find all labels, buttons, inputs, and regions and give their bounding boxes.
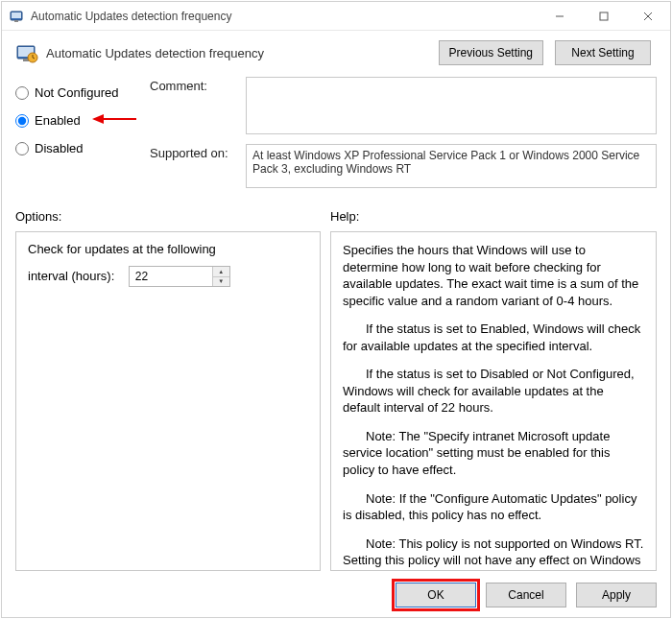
next-setting-button[interactable]: Next Setting xyxy=(555,40,651,65)
radio-not-configured[interactable]: Not Configured xyxy=(15,85,150,100)
supported-textarea xyxy=(246,144,657,188)
policy-icon xyxy=(10,9,25,24)
help-p5: Note: If the "Configure Automatic Update… xyxy=(343,490,644,524)
minimize-button[interactable] xyxy=(538,2,582,30)
radio-disabled[interactable]: Disabled xyxy=(15,141,150,155)
comment-textarea[interactable] xyxy=(246,77,657,134)
supported-row: Supported on: xyxy=(150,144,657,188)
help-section-label: Help: xyxy=(330,209,359,224)
gpo-dialog-window: Automatic Updates detection frequency xyxy=(1,1,671,618)
radio-disabled-label: Disabled xyxy=(35,141,84,155)
footer-buttons: OK Cancel Apply xyxy=(2,571,670,617)
svg-marker-12 xyxy=(92,114,104,124)
radio-enabled-input[interactable] xyxy=(15,114,29,128)
meta-fields: Comment: Supported on: xyxy=(150,77,657,198)
panels: Check for updates at the following inter… xyxy=(2,227,670,571)
radio-disabled-input[interactable] xyxy=(15,142,29,155)
svg-rect-4 xyxy=(600,12,608,20)
policy-header-icon xyxy=(15,41,38,64)
radio-not-configured-input[interactable] xyxy=(15,86,29,100)
svg-rect-2 xyxy=(14,20,18,22)
radio-enabled-label: Enabled xyxy=(35,113,81,128)
annotation-arrow-icon xyxy=(92,113,138,128)
options-panel: Check for updates at the following inter… xyxy=(15,231,321,571)
previous-setting-button[interactable]: Previous Setting xyxy=(439,40,543,65)
radio-not-configured-label: Not Configured xyxy=(35,85,118,100)
window-title: Automatic Updates detection frequency xyxy=(31,10,538,23)
help-p4: Note: The "Specify intranet Microsoft up… xyxy=(343,428,644,479)
window-controls xyxy=(538,2,670,30)
interval-input[interactable] xyxy=(130,267,212,286)
comment-row: Comment: xyxy=(150,77,657,134)
nav-buttons: Previous Setting Next Setting xyxy=(439,40,657,65)
state-radio-group: Not Configured Enabled Disabled xyxy=(15,77,150,198)
help-p6: Note: This policy is not supported on Wi… xyxy=(343,536,644,571)
supported-label: Supported on: xyxy=(150,144,246,188)
svg-rect-1 xyxy=(12,12,21,18)
titlebar: Automatic Updates detection frequency xyxy=(2,2,670,31)
apply-button[interactable]: Apply xyxy=(576,583,657,607)
spinner-up-icon[interactable]: ▲ xyxy=(213,267,229,277)
maximize-button[interactable] xyxy=(582,2,626,30)
close-button[interactable] xyxy=(626,2,670,30)
section-labels: Options: Help: xyxy=(2,203,670,227)
help-panel: Specifies the hours that Windows will us… xyxy=(330,231,657,571)
radio-enabled[interactable]: Enabled xyxy=(15,113,150,128)
ok-button[interactable]: OK xyxy=(396,583,476,607)
interval-spinner[interactable]: ▲ ▼ xyxy=(129,266,230,287)
comment-label: Comment: xyxy=(150,77,246,134)
interval-label: interval (hours): xyxy=(28,269,114,283)
help-p1: Specifies the hours that Windows will us… xyxy=(343,242,644,309)
options-section-label: Options: xyxy=(15,209,330,224)
cancel-button[interactable]: Cancel xyxy=(486,583,566,607)
upper-section: Not Configured Enabled Disabled Comment: xyxy=(2,73,670,203)
spinner-buttons: ▲ ▼ xyxy=(212,267,229,286)
ok-highlight-annotation: OK xyxy=(396,583,476,607)
help-p3: If the status is set to Disabled or Not … xyxy=(343,366,644,417)
help-p2: If the status is set to Enabled, Windows… xyxy=(343,321,644,354)
header-bar: Automatic Updates detection frequency Pr… xyxy=(2,31,670,73)
options-check-label: Check for updates at the following xyxy=(28,242,308,256)
spinner-down-icon[interactable]: ▼ xyxy=(213,277,229,287)
header-title: Automatic Updates detection frequency xyxy=(46,46,431,60)
interval-row: interval (hours): ▲ ▼ xyxy=(28,266,308,287)
